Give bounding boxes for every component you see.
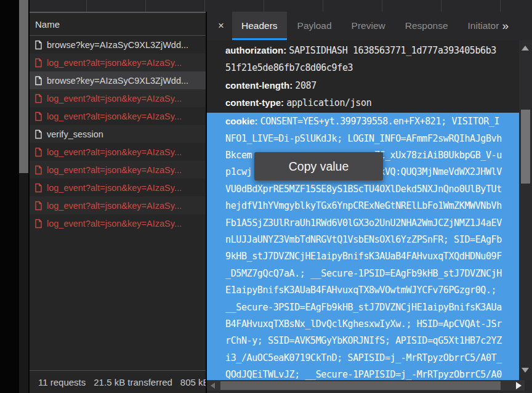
file-icon (34, 111, 42, 121)
request-list: browse?key=AIzaSyC9XL3ZjWdd... log_event… (30, 36, 206, 232)
details-vertical-scrollbar[interactable] (519, 40, 532, 380)
request-label: browse?key=AIzaSyC9XL3ZjWdd... (47, 76, 188, 86)
file-icon (34, 58, 42, 68)
request-row[interactable]: log_event?alt=json&key=AIzaSy... (30, 143, 206, 161)
tab-initiator[interactable]: Initiator (459, 12, 509, 40)
request-label: log_event?alt=json&key=AIzaSy... (47, 94, 182, 103)
header-authorization-wrap: 51f21e5de86fb7c8d06c9fe3 (207, 60, 519, 77)
network-overview-strip (30, 0, 532, 12)
file-icon (34, 183, 42, 193)
request-label: browse?key=AIzaSyC9XL3ZjWdd... (47, 40, 188, 50)
tab-preview[interactable]: Preview (342, 12, 395, 40)
file-icon (34, 94, 42, 103)
file-icon (34, 147, 42, 157)
file-icon (34, 201, 42, 211)
request-label: log_event?alt=json&key=AIzaSy... (47, 58, 182, 68)
summary-request-count: 11 requests (38, 377, 86, 387)
page-scrollbar-thumb[interactable] (19, 0, 28, 173)
request-row[interactable]: log_event?alt=json&key=AIzaSy... (30, 107, 206, 125)
tab-payload[interactable]: Payload (288, 12, 341, 40)
request-label: log_event?alt=json&key=AIzaSy... (47, 201, 182, 211)
network-request-panel: Name browse?key=AIzaSyC9XL3ZjWdd... log_… (30, 13, 206, 393)
file-icon (34, 40, 42, 50)
request-label: log_event?alt=json&key=AIzaSy... (47, 219, 182, 229)
request-row[interactable]: log_event?alt=json&key=AIzaSy... (30, 197, 206, 214)
request-row[interactable]: log_event?alt=json&key=AIzaSy... (30, 161, 206, 179)
tab-response[interactable]: Response (396, 12, 457, 40)
scroll-up-icon[interactable] (522, 46, 529, 51)
request-row[interactable]: log_event?alt=json&key=AIzaSy... (30, 214, 206, 232)
network-summary-bar: 11 requests 21.5 kB transferred 805 kB (30, 370, 206, 393)
request-row[interactable]: verify_session (30, 125, 206, 143)
header-content-length: content-length: 2087 (207, 77, 519, 95)
request-row[interactable]: browse?key=AIzaSyC9XL3ZjWdd... (30, 36, 206, 54)
close-icon[interactable]: × (211, 12, 232, 40)
copy-value-label: Copy value (289, 160, 349, 174)
file-icon (34, 76, 42, 86)
name-column-label: Name (35, 19, 60, 30)
header-authorization: authorization: SAPISIDHASH 1638563771_1d… (207, 42, 519, 60)
file-icon (34, 129, 42, 139)
vertical-scrollbar-thumb[interactable] (521, 110, 530, 184)
headers-content: authorization: SAPISIDHASH 1638563771_1d… (207, 40, 519, 380)
request-label: log_event?alt=json&key=AIzaSy... (47, 111, 182, 121)
more-tabs-icon[interactable]: » (502, 12, 509, 40)
details-horizontal-scrollbar[interactable] (207, 380, 532, 393)
request-row-selected[interactable]: browse?key=AIzaSyC9XL3ZjWdd... (30, 71, 206, 89)
request-row[interactable]: log_event?alt=json&key=AIzaSy... (30, 89, 206, 107)
scroll-down-icon[interactable] (522, 368, 529, 373)
summary-resources: 805 kB (180, 377, 206, 387)
request-label: log_event?alt=json&key=AIzaSy... (47, 165, 182, 175)
copy-value-menu-item[interactable]: Copy value (254, 152, 383, 180)
request-label: log_event?alt=json&key=AIzaSy... (47, 147, 182, 157)
horizontal-scrollbar-track[interactable] (207, 380, 525, 391)
request-label: verify_session (47, 129, 103, 139)
horizontal-scrollbar-thumb[interactable] (220, 381, 501, 390)
file-icon (34, 219, 42, 229)
request-row[interactable]: log_event?alt=json&key=AIzaSy... (30, 179, 206, 197)
name-column-header[interactable]: Name (30, 13, 206, 36)
header-content-type: content-type: application/json (207, 94, 519, 112)
request-label: log_event?alt=json&key=AIzaSy... (47, 183, 182, 193)
details-tabs-bar: × Headers Payload Preview Response Initi… (207, 12, 532, 40)
summary-transferred: 21.5 kB transferred (94, 377, 172, 387)
file-icon (34, 165, 42, 175)
scroll-right-icon[interactable] (516, 382, 522, 389)
request-details-pane: × Headers Payload Preview Response Initi… (207, 12, 532, 393)
page-scrollbar-track[interactable] (19, 0, 28, 393)
request-row[interactable]: log_event?alt=json&key=AIzaSy... (30, 54, 206, 71)
scroll-left-icon[interactable] (211, 383, 215, 389)
tab-headers[interactable]: Headers (232, 12, 287, 40)
